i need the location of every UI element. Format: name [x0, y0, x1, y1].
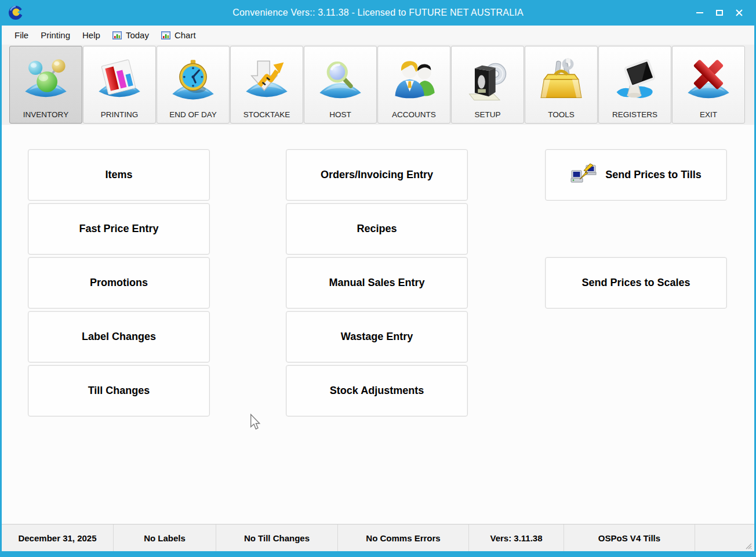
- mouse-cursor-icon: [249, 414, 261, 430]
- toolbar-registers[interactable]: REGISTERS: [598, 46, 671, 124]
- menu-bar: File Printing Help Today Chart: [2, 26, 754, 45]
- toolbox-icon: [537, 57, 586, 106]
- status-till-changes: No Till Changes: [216, 525, 338, 551]
- close-button[interactable]: [729, 4, 749, 21]
- toolbar-label: TOOLS: [548, 110, 575, 119]
- fast-price-entry-button[interactable]: Fast Price Entry: [28, 203, 210, 255]
- toolbar-label: INVENTORY: [23, 110, 68, 119]
- toolbar-setup[interactable]: SETUP: [451, 46, 524, 124]
- maximize-icon: [716, 10, 723, 16]
- minimize-icon: [696, 12, 703, 13]
- people-icon: [390, 57, 438, 106]
- toolbar-label: REGISTERS: [612, 110, 657, 119]
- menu-chart[interactable]: Chart: [161, 30, 196, 40]
- magnifier-icon: [316, 57, 365, 106]
- toolbar-end-of-day[interactable]: END OF DAY: [157, 46, 230, 124]
- stock-adjustments-button[interactable]: Stock Adjustments: [286, 365, 468, 417]
- close-icon: [735, 9, 743, 17]
- computers-lightning-icon: [570, 164, 597, 187]
- menu-today[interactable]: Today: [112, 30, 149, 40]
- chart-icon: [112, 31, 122, 39]
- menu-printing[interactable]: Printing: [41, 30, 70, 40]
- red-x-icon: [684, 57, 733, 106]
- status-labels: No Labels: [114, 525, 216, 551]
- toolbar-host[interactable]: HOST: [304, 46, 377, 124]
- toolbar-tools[interactable]: TOOLS: [525, 46, 598, 124]
- menu-file[interactable]: File: [14, 30, 28, 40]
- toolbar-inventory[interactable]: INVENTORY: [9, 46, 82, 124]
- promotions-button[interactable]: Promotions: [28, 257, 210, 309]
- status-comms: No Comms Errors: [338, 525, 469, 551]
- toolbar-label: SETUP: [474, 110, 500, 119]
- window-bottom-border: [0, 551, 756, 557]
- toolbar-label: EXIT: [700, 110, 717, 119]
- toolbar-label: ACCOUNTS: [392, 110, 436, 119]
- toolbar-label: STOCKTAKE: [243, 110, 290, 119]
- wastage-entry-button[interactable]: Wastage Entry: [286, 311, 468, 363]
- app-window: Convenience Vers:: 3.11.38 - Licensed to…: [0, 0, 756, 557]
- menu-help[interactable]: Help: [82, 30, 100, 40]
- toolbar-label: HOST: [329, 110, 351, 119]
- manual-sales-entry-button[interactable]: Manual Sales Entry: [286, 257, 468, 309]
- toolbar-exit[interactable]: EXIT: [672, 46, 745, 124]
- toolbar-stocktake[interactable]: STOCKTAKE: [230, 46, 303, 124]
- toolbar-printing[interactable]: PRINTING: [83, 46, 156, 124]
- window-title: Convenience Vers:: 3.11.38 - Licensed to…: [0, 8, 756, 18]
- minimize-button[interactable]: [690, 4, 710, 21]
- main-area: Items Fast Price Entry Promotions Label …: [2, 125, 754, 524]
- status-bar: December 31, 2025 No Labels No Till Chan…: [2, 524, 754, 551]
- bar-chart-icon: [95, 57, 144, 106]
- send-prices-to-tills-button[interactable]: Send Prices to Tills: [545, 149, 727, 201]
- toolbar-accounts[interactable]: ACCOUNTS: [377, 46, 450, 124]
- chart-icon: [161, 31, 170, 39]
- molecule-icon: [21, 57, 70, 106]
- send-prices-to-scales-button[interactable]: Send Prices to Scales: [545, 257, 727, 309]
- status-version: Vers: 3.11.38: [469, 525, 564, 551]
- software-box-icon: [463, 57, 512, 106]
- toolbar: INVENTORY PRINTING: [2, 45, 754, 125]
- status-date: December 31, 2025: [2, 525, 114, 551]
- stopwatch-icon: [169, 57, 217, 106]
- arrows-icon: [242, 57, 291, 106]
- pos-terminal-icon: [610, 57, 659, 106]
- resize-grip-icon[interactable]: [744, 541, 752, 549]
- recipes-button[interactable]: Recipes: [286, 203, 468, 255]
- status-tills-type: OSPoS V4 Tills: [564, 525, 695, 551]
- orders-invoicing-entry-button[interactable]: Orders/Invoicing Entry: [286, 149, 468, 201]
- toolbar-label: END OF DAY: [169, 110, 217, 119]
- label-changes-button[interactable]: Label Changes: [28, 311, 210, 363]
- toolbar-label: PRINTING: [101, 110, 139, 119]
- maximize-button[interactable]: [710, 4, 729, 21]
- title-bar: Convenience Vers:: 3.11.38 - Licensed to…: [0, 0, 756, 26]
- items-button[interactable]: Items: [28, 149, 210, 201]
- till-changes-button[interactable]: Till Changes: [28, 365, 210, 417]
